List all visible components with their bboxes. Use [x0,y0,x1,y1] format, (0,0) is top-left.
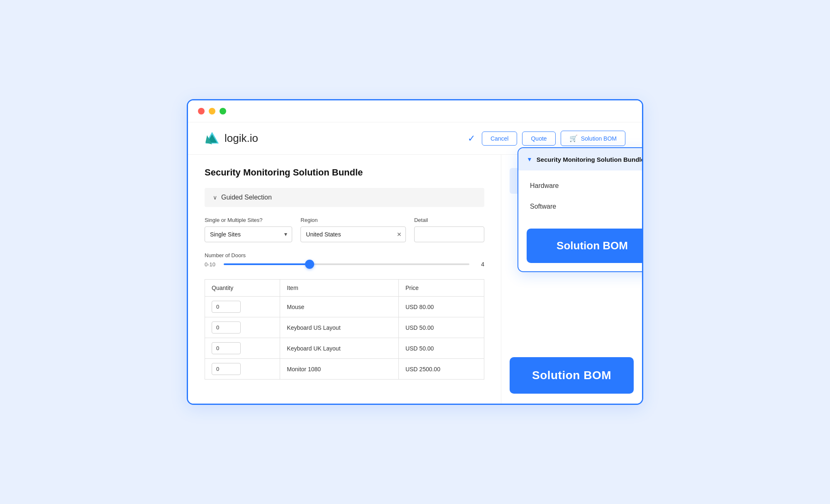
sites-label: Single or Multiple Sites? [205,217,292,223]
region-clear-icon[interactable]: ✕ [397,231,402,238]
region-input[interactable] [300,226,406,242]
guided-selection-header[interactable]: ∨ Guided Selection [205,188,484,207]
qty-input-monitor[interactable] [212,363,241,375]
overlay-triangle-icon: ▼ [527,156,532,163]
price-cell: USD 80.00 [398,297,484,317]
detail-label: Detail [414,217,484,223]
qty-input-keyboard-us[interactable] [212,321,241,334]
cancel-button[interactable]: Cancel [482,131,518,146]
table-row: Keyboard UK Layout USD 50.00 [205,338,484,359]
page-title: Security Monitoring Solution Bundle [205,167,484,178]
table-row: Keyboard US Layout USD 50.00 [205,317,484,338]
logo-text: logik.io [225,132,258,145]
sites-select-wrapper: Single Sites Multiple Sites ▼ [205,226,292,242]
overlay-header: ▼ Security Monitoring Solution Bundle ✓ [518,148,642,170]
item-cell: Keyboard UK Layout [280,338,399,359]
detail-group: Detail [414,217,484,242]
slider-row: 0-10 4 [205,261,484,268]
overlay-item-hardware: Hardware ✓ [518,175,642,196]
chevron-icon: ∨ [213,194,217,201]
qty-input-keyboard-uk[interactable] [212,342,241,354]
overlay-solution-bom-button[interactable]: Solution BOM [527,229,642,263]
region-group: Region ✕ [300,217,406,242]
logo-icon [205,131,220,146]
guided-selection-label: Guided Selection [221,194,272,201]
region-label: Region [300,217,406,223]
detail-input[interactable] [414,226,484,242]
slider-fill [224,263,310,265]
qty-cell [205,317,280,338]
items-table: Quantity Item Price Mouse USD 80.00 [205,279,484,380]
price-cell: USD 50.00 [398,317,484,338]
left-panel: Security Monitoring Solution Bundle ∨ Gu… [188,155,501,404]
solution-bom-main-button[interactable]: Solution BOM [510,357,634,394]
solution-bom-header-label: Solution BOM [581,135,617,142]
header-actions: ✓ Cancel Quote 🛒 Solution BOM [468,131,625,146]
app-container: logik.io ✓ Cancel Quote 🛒 Solution BOM S… [188,122,642,404]
overlay-hardware-label: Hardware [530,182,559,190]
overlay-card: ▼ Security Monitoring Solution Bundle ✓ … [518,147,642,272]
overlay-software-label: Software [530,203,556,210]
slider-section: Number of Doors 0-10 4 [205,252,484,268]
slider-value: 4 [476,261,484,268]
item-cell: Monitor 1080 [280,359,399,380]
quote-button[interactable]: Quote [522,131,555,146]
slider-wrapper [224,263,469,265]
overlay-item-software: Software ✓ [518,196,642,217]
slider-min-label: 0-10 [205,261,217,268]
cart-icon: 🛒 [569,134,578,142]
browser-window: logik.io ✓ Cancel Quote 🛒 Solution BOM S… [187,99,643,405]
traffic-light-red[interactable] [198,108,205,114]
col-price: Price [398,280,484,297]
browser-titlebar [188,100,642,122]
overlay-header-title: Security Monitoring Solution Bundle [537,156,642,163]
slider-track [224,263,469,265]
price-cell: USD 2500.00 [398,359,484,380]
price-cell: USD 50.00 [398,338,484,359]
qty-cell [205,297,280,317]
form-row: Single or Multiple Sites? Single Sites M… [205,217,484,242]
item-cell: Mouse [280,297,399,317]
slider-thumb[interactable] [305,260,314,269]
logo-area: logik.io [205,131,258,146]
traffic-light-green[interactable] [220,108,226,114]
col-item: Item [280,280,399,297]
qty-cell [205,338,280,359]
slider-label: Number of Doors [205,252,484,258]
sites-group: Single or Multiple Sites? Single Sites M… [205,217,292,242]
item-cell: Keyboard US Layout [280,317,399,338]
table-row: Mouse USD 80.00 [205,297,484,317]
table-row: Monitor 1080 USD 2500.00 [205,359,484,380]
qty-cell [205,359,280,380]
table-header-row: Quantity Item Price [205,280,484,297]
traffic-light-yellow[interactable] [209,108,215,114]
col-quantity: Quantity [205,280,280,297]
solution-bom-header-button[interactable]: 🛒 Solution BOM [561,131,625,146]
overlay-body: Hardware ✓ Software ✓ [518,170,642,222]
qty-input-mouse[interactable] [212,301,241,313]
sites-select[interactable]: Single Sites Multiple Sites [205,226,292,242]
region-input-wrapper: ✕ [300,226,406,242]
check-icon: ✓ [468,133,475,144]
